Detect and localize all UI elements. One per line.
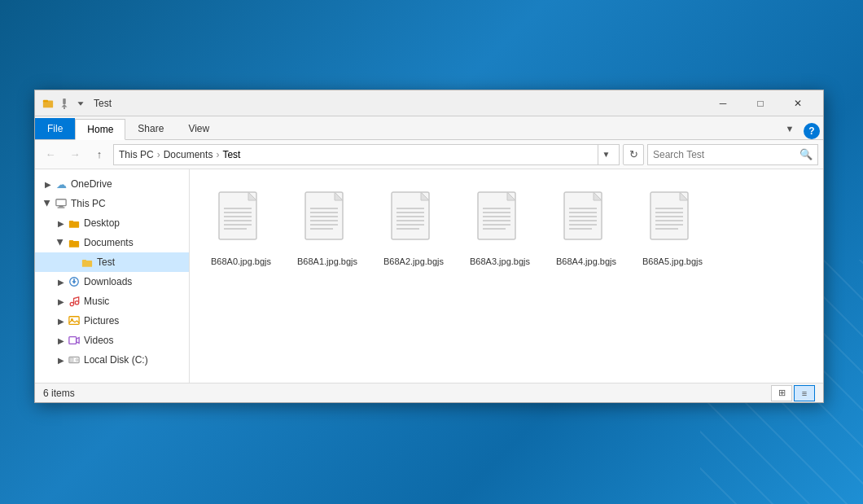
svg-rect-14: [82, 260, 86, 262]
up-button[interactable]: ↑: [89, 144, 110, 165]
ribbon-tabs: File Home Share View ▼ ?: [35, 116, 823, 139]
file-name: B68A2.jpg.bgjs: [383, 256, 444, 267]
file-icon: [388, 191, 439, 252]
sidebar-item-pictures[interactable]: ▶ Pictures: [35, 311, 189, 331]
arrow-this-pc: ▶: [42, 197, 55, 210]
pin-icon: [58, 97, 71, 110]
arrow-downloads: ▶: [55, 275, 68, 288]
sidebar-label-onedrive: OneDrive: [71, 178, 112, 190]
file-item[interactable]: B68A4.jpg.bgjs: [550, 184, 623, 272]
close-button[interactable]: ✕: [779, 90, 817, 116]
path-this-pc[interactable]: This PC: [119, 149, 154, 160]
view-medium-button[interactable]: ⊞: [771, 385, 792, 401]
sidebar-label-videos: Videos: [84, 335, 113, 346]
ribbon: File Home Share View ▼ ?: [35, 116, 823, 140]
documents-folder-icon: [68, 236, 81, 249]
search-input[interactable]: [653, 149, 799, 160]
sidebar-item-downloads[interactable]: ▶ Downloads: [35, 272, 189, 291]
svg-rect-2: [63, 98, 66, 103]
file-name: B68A0.jpg.bgjs: [211, 256, 271, 267]
drive-icon: [68, 353, 81, 366]
file-name: B68A3.jpg.bgjs: [470, 256, 530, 267]
file-name: B68A1.jpg.bgjs: [297, 256, 357, 267]
svg-rect-10: [69, 221, 73, 223]
sidebar-item-local-disk[interactable]: ▶ Local Disk (C:): [35, 350, 189, 370]
ribbon-chevron[interactable]: ▼: [779, 118, 800, 139]
svg-rect-8: [58, 207, 65, 208]
tab-view[interactable]: View: [176, 118, 221, 139]
arrow-onedrive: ▶: [42, 177, 55, 191]
maximize-button[interactable]: □: [742, 90, 779, 116]
file-icon: [561, 191, 611, 252]
window-title: Test: [94, 98, 704, 109]
search-button[interactable]: 🔍: [799, 148, 813, 160]
svg-rect-6: [56, 199, 66, 206]
files-grid: B68A0.jpg.bgjs B68A1.jpg.: [198, 177, 815, 278]
test-folder-icon: [81, 256, 94, 269]
item-count: 6 items: [43, 388, 75, 399]
down-arrow-icon: [74, 97, 87, 110]
address-dropdown[interactable]: ▼: [598, 144, 614, 165]
pictures-icon: [68, 314, 81, 327]
sidebar-item-this-pc[interactable]: ▶ This PC: [35, 194, 189, 213]
music-icon: [68, 295, 81, 308]
sidebar-item-onedrive[interactable]: ▶ ☁ OneDrive: [35, 174, 189, 194]
downloads-icon: [68, 275, 81, 288]
file-item[interactable]: B68A3.jpg.bgjs: [463, 184, 537, 272]
svg-rect-12: [69, 240, 73, 243]
sidebar-item-videos[interactable]: ▶ Videos: [35, 331, 189, 350]
folder-title-icon: [42, 97, 55, 110]
title-bar-icons: [42, 97, 87, 110]
sidebar-label-documents: Documents: [84, 237, 134, 248]
address-path[interactable]: This PC › Documents › Test ▼: [113, 144, 620, 165]
file-icon: [302, 191, 353, 252]
help-button[interactable]: ?: [804, 123, 820, 139]
sidebar-item-documents[interactable]: ▶ Documents: [35, 233, 189, 252]
svg-rect-20: [69, 317, 79, 325]
file-item[interactable]: B68A0.jpg.bgjs: [204, 184, 278, 272]
file-item[interactable]: B68A5.jpg.bgjs: [636, 184, 709, 272]
tab-home[interactable]: Home: [75, 119, 125, 140]
path-documents[interactable]: Documents: [164, 149, 213, 160]
arrow-documents: ▶: [55, 236, 68, 249]
search-box[interactable]: 🔍: [647, 144, 818, 165]
file-item[interactable]: B68A2.jpg.bgjs: [377, 184, 450, 272]
svg-rect-1: [43, 99, 48, 102]
desktop-icon: [68, 217, 81, 230]
file-name: B68A4.jpg.bgjs: [556, 256, 616, 267]
forward-button[interactable]: →: [64, 144, 85, 165]
onedrive-icon: ☁: [55, 177, 68, 191]
arrow-local-disk: ▶: [55, 353, 68, 366]
arrow-desktop: ▶: [55, 217, 68, 230]
svg-rect-4: [64, 107, 65, 109]
tab-file[interactable]: File: [35, 118, 75, 139]
arrow-pictures: ▶: [55, 314, 68, 327]
explorer-window: Test ─ □ ✕ File Home Share View ▼ ? ← → …: [34, 90, 824, 403]
file-item[interactable]: B68A1.jpg.bgjs: [291, 184, 364, 272]
minimize-button[interactable]: ─: [704, 90, 742, 116]
view-list-button[interactable]: ≡: [794, 385, 815, 401]
sidebar-label-local-disk: Local Disk (C:): [84, 354, 148, 366]
sidebar-item-music[interactable]: ▶ Music: [35, 291, 189, 311]
tab-share[interactable]: Share: [125, 118, 176, 139]
back-button[interactable]: ←: [40, 144, 61, 165]
sidebar-item-test[interactable]: ▶ Test: [35, 252, 189, 272]
sidebar-label-downloads: Downloads: [84, 276, 132, 287]
file-icon-wrapper: [557, 189, 615, 254]
svg-rect-17: [73, 279, 75, 283]
address-bar: ← → ↑ This PC › Documents › Test ▼ ↻ 🔍: [35, 140, 823, 169]
svg-rect-25: [70, 358, 73, 362]
file-area: B68A0.jpg.bgjs B68A1.jpg.: [190, 169, 823, 383]
this-pc-icon: [55, 197, 68, 210]
svg-marker-5: [78, 102, 84, 105]
videos-icon: [68, 334, 81, 347]
view-buttons: ⊞ ≡: [771, 385, 815, 401]
sidebar-label-pictures: Pictures: [84, 315, 119, 327]
svg-point-26: [76, 359, 78, 362]
sidebar-item-desktop[interactable]: ▶ Desktop: [35, 213, 189, 233]
path-test[interactable]: Test: [222, 149, 240, 160]
file-icon: [475, 191, 525, 252]
refresh-button[interactable]: ↻: [623, 144, 644, 165]
file-icon: [216, 191, 266, 252]
sidebar-label-desktop: Desktop: [84, 217, 120, 229]
